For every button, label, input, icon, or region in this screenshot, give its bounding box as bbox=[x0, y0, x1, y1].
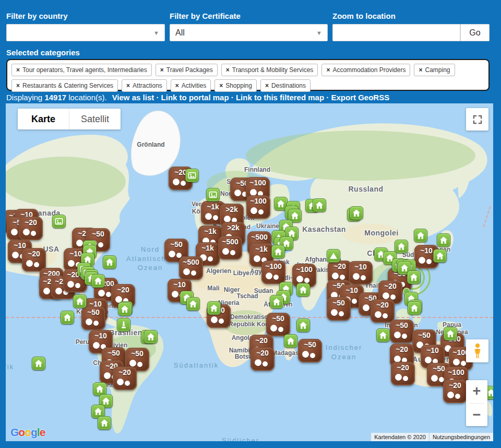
cluster-marker[interactable]: ~50 bbox=[327, 297, 351, 321]
marker-house-icon[interactable] bbox=[407, 270, 421, 284]
cluster-count-label: ~1k bbox=[198, 227, 222, 235]
cluster-marker[interactable]: ~50 bbox=[81, 306, 105, 330]
marker-house-icon[interactable] bbox=[207, 301, 221, 315]
cluster-marker[interactable]: ~20 bbox=[443, 380, 467, 403]
category-chip-label: Travel Packages bbox=[166, 66, 213, 74]
marker-house-icon[interactable] bbox=[444, 327, 457, 340]
marker-house-icon[interactable] bbox=[73, 294, 87, 308]
marker-house-icon[interactable] bbox=[32, 357, 45, 370]
filter-country-label: Filter by country bbox=[6, 11, 68, 20]
marker-house-icon[interactable] bbox=[313, 198, 326, 212]
cluster-marker[interactable]: ~20 bbox=[113, 367, 137, 390]
cluster-count-label: ~20 bbox=[391, 363, 415, 372]
cluster-marker[interactable]: ~100 bbox=[246, 195, 270, 219]
category-chip[interactable]: ×Accommodation Providers bbox=[321, 64, 410, 76]
marker-house-icon[interactable] bbox=[271, 245, 285, 258]
cluster-marker[interactable]: ~20 bbox=[19, 217, 43, 240]
marker-photo-icon[interactable] bbox=[52, 215, 66, 228]
cluster-marker[interactable]: ~50 bbox=[298, 339, 322, 362]
remove-category-icon[interactable]: × bbox=[326, 66, 330, 74]
marker-photo-icon[interactable] bbox=[206, 188, 220, 202]
marker-house-icon[interactable] bbox=[118, 302, 132, 316]
marker-house-icon[interactable] bbox=[284, 334, 297, 348]
people-icon bbox=[34, 262, 39, 267]
zoom-location-input[interactable] bbox=[332, 24, 460, 41]
people-icon bbox=[273, 275, 279, 280]
people-icon bbox=[426, 259, 432, 264]
category-chip[interactable]: ×Activities bbox=[171, 79, 211, 92]
cluster-marker[interactable]: ~20 bbox=[391, 362, 415, 385]
category-chip[interactable]: ×Shopping bbox=[214, 79, 257, 92]
map-canvas[interactable]: GrönlandKanadaUSAKolumbienVenezuelaBrasi… bbox=[6, 103, 493, 441]
cluster-count-label: ~500 bbox=[179, 258, 203, 266]
cluster-marker[interactable]: ~20 bbox=[250, 347, 275, 371]
zoom-out-button[interactable]: − bbox=[466, 404, 487, 427]
marker-house-icon[interactable] bbox=[376, 328, 390, 342]
people-icon bbox=[263, 361, 268, 367]
marker-monument-icon[interactable] bbox=[117, 318, 130, 332]
marker-house-icon[interactable] bbox=[433, 249, 447, 263]
category-chip[interactable]: ×Attractions bbox=[122, 79, 167, 92]
people-icon bbox=[93, 342, 100, 349]
google-logo[interactable]: Google bbox=[10, 426, 45, 439]
marker-house-icon[interactable] bbox=[408, 301, 421, 315]
marker-house-icon[interactable] bbox=[144, 330, 158, 344]
marker-house-icon[interactable] bbox=[98, 416, 111, 430]
people-icon bbox=[266, 273, 272, 279]
marker-house-icon[interactable] bbox=[437, 233, 450, 247]
marker-house-icon[interactable] bbox=[296, 283, 310, 297]
map-type-karte-button[interactable]: Karte bbox=[18, 109, 69, 129]
status-link[interactable]: Link to portal map bbox=[161, 93, 229, 102]
map-type-satellit-button[interactable]: Satellit bbox=[69, 109, 121, 129]
country-select[interactable]: ▼ bbox=[6, 24, 165, 41]
cluster-marker[interactable]: ~500 bbox=[218, 236, 242, 260]
remove-category-icon[interactable]: × bbox=[16, 82, 20, 89]
marker-house-icon[interactable] bbox=[395, 240, 408, 253]
marker-house-icon[interactable] bbox=[296, 319, 310, 332]
remove-category-icon[interactable]: × bbox=[126, 82, 130, 89]
cluster-marker[interactable]: ~50 bbox=[266, 313, 290, 336]
category-chip[interactable]: ×Transport & Mobility Services bbox=[221, 64, 318, 76]
remove-category-icon[interactable]: × bbox=[219, 82, 223, 89]
category-chip-label: Activities bbox=[182, 82, 206, 89]
remove-category-icon[interactable]: × bbox=[226, 66, 230, 74]
zoom-in-button[interactable]: + bbox=[466, 380, 487, 403]
marker-house-icon[interactable] bbox=[270, 295, 283, 309]
remove-category-icon[interactable]: × bbox=[265, 82, 269, 89]
marker-house-icon[interactable] bbox=[91, 274, 105, 288]
marker-house-icon[interactable] bbox=[350, 206, 363, 220]
category-chip-label: Attractions bbox=[133, 82, 162, 89]
marker-tent-icon[interactable] bbox=[327, 249, 340, 263]
marker-house-icon[interactable] bbox=[103, 255, 116, 269]
marker-house-icon[interactable] bbox=[186, 297, 200, 311]
marker-photo-icon[interactable] bbox=[185, 169, 199, 182]
remove-category-icon[interactable]: × bbox=[16, 66, 20, 74]
go-button[interactable]: Go bbox=[460, 24, 490, 41]
remove-category-icon[interactable]: × bbox=[419, 66, 422, 74]
category-chip[interactable]: ×Tour operators, Travel agents, Intermed… bbox=[11, 64, 152, 76]
remove-category-icon[interactable]: × bbox=[175, 82, 179, 89]
marker-house-icon[interactable] bbox=[414, 229, 427, 242]
status-link[interactable]: Export GeoRSS bbox=[331, 93, 389, 102]
fullscreen-button[interactable] bbox=[466, 108, 488, 131]
cluster-marker[interactable]: ~500 bbox=[179, 256, 203, 280]
cluster-marker[interactable]: ~50 bbox=[390, 320, 414, 343]
status-link[interactable]: Link to this filtered map bbox=[236, 93, 324, 102]
marker-house-icon[interactable] bbox=[61, 311, 74, 324]
terms-link[interactable]: Nutzungsbedingungen bbox=[430, 433, 493, 441]
pegman-control[interactable] bbox=[466, 339, 488, 362]
cluster-marker[interactable]: ~100 bbox=[261, 261, 285, 284]
cluster-marker[interactable]: ~10 bbox=[349, 261, 373, 285]
cluster-count-label: ~1k bbox=[249, 245, 273, 253]
certificate-select[interactable]: All ▼ bbox=[170, 24, 328, 41]
cluster-count-label: ~100 bbox=[261, 262, 285, 270]
remove-category-icon[interactable]: × bbox=[160, 66, 164, 74]
status-link[interactable]: View as list bbox=[112, 93, 154, 102]
people-icon bbox=[106, 292, 111, 297]
category-chip[interactable]: ×Restaurants & Catering Services bbox=[11, 79, 118, 92]
people-icon bbox=[363, 304, 369, 311]
category-chip[interactable]: ×Camping bbox=[414, 64, 455, 76]
category-chip[interactable]: ×Destinations bbox=[260, 79, 311, 92]
category-chip[interactable]: ×Travel Packages bbox=[156, 64, 218, 76]
cluster-marker[interactable]: ~20 bbox=[371, 299, 395, 323]
